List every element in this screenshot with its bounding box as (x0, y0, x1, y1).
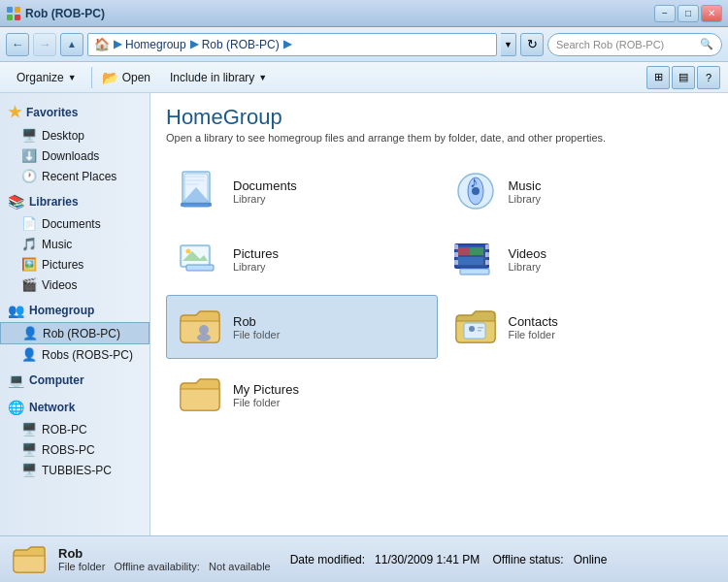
sidebar-item-rob-pc[interactable]: 🖥️ ROB-PC (0, 419, 149, 439)
close-button[interactable]: ✕ (701, 5, 722, 22)
homegroup-header[interactable]: 👥 Homegroup (0, 299, 149, 322)
svg-rect-32 (464, 323, 485, 339)
svg-rect-9 (181, 203, 212, 207)
toolbar: Organize ▼ 📂 Open Include in library ▼ ⊞… (0, 62, 728, 93)
status-extended: Date modified: 11/30/2009 1:41 PM Offlin… (290, 553, 608, 566)
network-header[interactable]: 🌐 Network (0, 396, 149, 419)
up-button[interactable]: ▲ (60, 33, 83, 56)
open-button[interactable]: 📂 Open (91, 66, 159, 89)
svg-rect-17 (186, 265, 214, 271)
videos-icon (452, 236, 499, 282)
svg-rect-3 (15, 15, 20, 20)
sidebar-item-documents[interactable]: 📄 Documents (0, 213, 149, 234)
sidebar-item-desktop[interactable]: 🖥️ Desktop (0, 125, 149, 146)
view-buttons: ⊞ ▤ ? (646, 66, 720, 89)
pictures-type: Library (233, 261, 279, 273)
contacts-type: File folder (509, 329, 558, 340)
include-dropdown-icon: ▼ (258, 73, 267, 82)
my-pictures-info: My Pictures File folder (233, 382, 299, 408)
sidebar-item-downloads[interactable]: ⬇️ Downloads (0, 146, 149, 166)
search-box[interactable]: Search Rob (ROB-PC) 🔍 (547, 33, 722, 56)
item-pictures[interactable]: Pictures Library (166, 227, 438, 291)
item-documents[interactable]: Documents Library (166, 159, 438, 223)
svg-rect-27 (470, 247, 483, 255)
svg-rect-21 (454, 252, 458, 257)
path-dropdown[interactable]: ▼ (501, 33, 516, 56)
forward-button[interactable]: → (33, 33, 56, 56)
svg-rect-25 (485, 260, 489, 265)
svg-point-33 (469, 326, 475, 332)
libraries-header[interactable]: 📚 Libraries (0, 190, 149, 213)
main-container: ★ Favorites 🖥️ Desktop ⬇️ Downloads 🕐 Re… (0, 93, 728, 535)
network-section: 🌐 Network 🖥️ ROB-PC 🖥️ ROBS-PC 🖥️ TUBBIE… (0, 396, 149, 480)
svg-rect-24 (485, 252, 489, 257)
documents-icon (177, 168, 223, 214)
my-pictures-type: File folder (233, 397, 299, 408)
view-pane-button[interactable]: ⊞ (646, 66, 670, 89)
svg-rect-23 (485, 244, 489, 249)
rob-info: Rob File folder (233, 314, 280, 340)
svg-rect-28 (458, 257, 483, 265)
include-library-button[interactable]: Include in library ▼ (161, 66, 276, 89)
status-item-name: Rob (58, 546, 271, 561)
sidebar-item-tubbies-pc[interactable]: 🖥️ TUBBIES-PC (0, 460, 149, 480)
sidebar-item-rob-robpc[interactable]: 👤 Rob (ROB-PC) (0, 322, 149, 344)
homegroup-section: 👥 Homegroup 👤 Rob (ROB-PC) 👤 Robs (ROBS-… (0, 299, 149, 365)
item-my-pictures[interactable]: My Pictures File folder (166, 363, 438, 427)
pictures-icon (177, 236, 223, 282)
organize-button[interactable]: Organize ▼ (8, 66, 85, 89)
contacts-info: Contacts File folder (509, 314, 558, 340)
documents-name: Documents (233, 178, 297, 193)
content-subtitle: Open a library to see homegroup files an… (166, 132, 712, 144)
preview-pane-button[interactable]: ▤ (672, 66, 695, 89)
content-area: HomeGroup Open a library to see homegrou… (150, 93, 728, 535)
minimize-button[interactable]: − (654, 5, 676, 22)
maximize-button[interactable]: □ (678, 5, 699, 22)
item-videos[interactable]: Videos Library (442, 227, 713, 291)
favorites-header[interactable]: ★ Favorites (0, 99, 149, 125)
music-icon: ♪ (452, 168, 499, 214)
sidebar-item-robs-robspc[interactable]: 👤 Robs (ROBS-PC) (0, 344, 149, 365)
sidebar-item-recent-places[interactable]: 🕐 Recent Places (0, 166, 149, 186)
item-rob[interactable]: Rob File folder (166, 295, 438, 359)
sidebar-item-music[interactable]: 🎵 Music (0, 234, 149, 254)
svg-point-31 (197, 334, 211, 341)
window-title: Rob (ROB-PC) (25, 7, 105, 20)
item-music[interactable]: ♪ Music Library (442, 159, 713, 223)
title-bar-controls: − □ ✕ (654, 5, 722, 22)
help-button[interactable]: ? (697, 66, 720, 89)
svg-rect-1 (15, 7, 20, 13)
status-meta: File folder Offline availability: Not av… (58, 561, 271, 572)
path-rob[interactable]: Rob (ROB-PC) (202, 38, 280, 51)
svg-rect-29 (460, 269, 489, 275)
sidebar-item-videos[interactable]: 🎬 Videos (0, 275, 149, 295)
videos-type: Library (509, 261, 547, 273)
search-icon[interactable]: 🔍 (700, 38, 713, 50)
status-date: Date modified: 11/30/2009 1:41 PM Offlin… (290, 553, 608, 566)
window-icon (6, 6, 21, 21)
item-contacts[interactable]: Contacts File folder (442, 295, 713, 359)
svg-point-16 (186, 249, 191, 254)
sidebar-item-pictures[interactable]: 🖼️ Pictures (0, 254, 149, 275)
address-path[interactable]: 🏠 ▶ Homegroup ▶ Rob (ROB-PC) ▶ (87, 33, 497, 56)
status-info: Rob File folder Offline availability: No… (58, 546, 271, 572)
sidebar-item-robs-pc[interactable]: 🖥️ ROBS-PC (0, 439, 149, 460)
computer-section: 💻 Computer (0, 369, 149, 392)
videos-info: Videos Library (509, 246, 547, 273)
rob-name: Rob (233, 314, 280, 329)
title-bar-left: Rob (ROB-PC) (6, 6, 105, 21)
libraries-section: 📚 Libraries 📄 Documents 🎵 Music 🖼️ Pictu… (0, 190, 149, 295)
path-homegroup[interactable]: Homegroup (125, 38, 186, 51)
content-title: HomeGroup (166, 105, 712, 130)
refresh-button[interactable]: ↻ (520, 33, 544, 56)
back-button[interactable]: ← (6, 33, 29, 56)
pictures-name: Pictures (233, 246, 279, 261)
organize-dropdown-icon: ▼ (68, 73, 77, 82)
svg-rect-2 (7, 15, 13, 20)
svg-rect-0 (7, 7, 13, 13)
music-info: Music Library (509, 178, 542, 205)
music-name: Music (509, 178, 542, 193)
status-bar: Rob File folder Offline availability: No… (0, 535, 728, 582)
computer-header[interactable]: 💻 Computer (0, 369, 149, 392)
svg-rect-35 (478, 330, 481, 332)
